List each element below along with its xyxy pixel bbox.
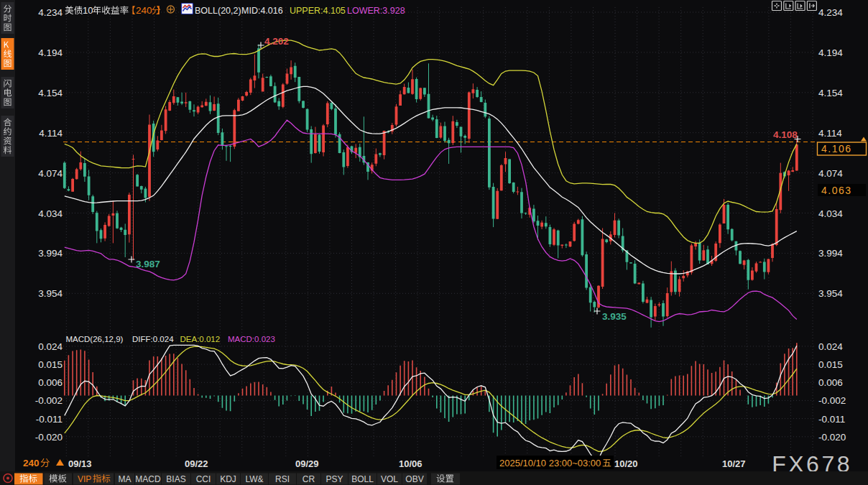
svg-text:LOWER:3.928: LOWER:3.928	[347, 6, 405, 16]
svg-text:4.154: 4.154	[38, 88, 63, 98]
svg-text:4.202: 4.202	[264, 36, 289, 47]
svg-text:4.074: 4.074	[818, 168, 843, 179]
svg-text:10/27: 10/27	[722, 458, 746, 469]
svg-text:-0.020: -0.020	[818, 432, 846, 443]
svg-text:0.024: 0.024	[818, 341, 843, 352]
svg-text:0.024: 0.024	[38, 341, 63, 352]
svg-text:4.108: 4.108	[773, 129, 798, 140]
svg-text:4.234: 4.234	[818, 7, 843, 18]
svg-text:DEA:0.012: DEA:0.012	[180, 335, 221, 343]
svg-text:CR: CR	[303, 474, 315, 484]
svg-text:-0.011: -0.011	[36, 414, 63, 425]
svg-text:09/29: 09/29	[295, 458, 319, 469]
svg-text:VIP: VIP	[78, 474, 91, 484]
svg-text:09/13: 09/13	[68, 458, 92, 469]
svg-text:-0.002: -0.002	[818, 395, 846, 406]
svg-text:4.034: 4.034	[38, 208, 63, 219]
svg-text:3.994: 3.994	[818, 248, 843, 259]
svg-text:0.015: 0.015	[38, 359, 63, 370]
svg-text:4.074: 4.074	[38, 168, 63, 179]
svg-text:4.114: 4.114	[39, 128, 63, 139]
svg-text:MACD: MACD	[135, 474, 161, 484]
svg-text:4.154: 4.154	[818, 88, 843, 98]
svg-text:KDJ: KDJ	[220, 474, 236, 484]
svg-text:MACD(26,12,9): MACD(26,12,9)	[66, 335, 124, 343]
svg-text:-0.011: -0.011	[818, 414, 845, 425]
svg-text:4.063: 4.063	[821, 185, 852, 196]
svg-text:4.106: 4.106	[821, 143, 852, 154]
svg-text:BOLL: BOLL	[351, 474, 374, 484]
svg-text:MID:4.016: MID:4.016	[241, 6, 283, 16]
svg-text:MACD:0.023: MACD:0.023	[228, 335, 275, 343]
svg-text:4.034: 4.034	[818, 208, 843, 219]
svg-text:-0.020: -0.020	[35, 432, 63, 443]
svg-text:VOL: VOL	[381, 474, 398, 484]
svg-text:4.234: 4.234	[38, 7, 63, 18]
svg-text:4.114: 4.114	[818, 128, 842, 139]
svg-text:10/06: 10/06	[399, 458, 423, 469]
svg-text:3.935: 3.935	[602, 311, 627, 322]
svg-text:0.006: 0.006	[38, 377, 63, 388]
svg-text:3.994: 3.994	[38, 248, 63, 259]
svg-text:3.987: 3.987	[136, 259, 160, 269]
svg-text:RSI: RSI	[275, 474, 290, 484]
svg-text:OBV: OBV	[405, 474, 423, 484]
svg-text:UPPER:4.105: UPPER:4.105	[290, 6, 346, 16]
svg-text:PSY: PSY	[326, 474, 343, 484]
svg-text:-0.002: -0.002	[35, 395, 63, 406]
svg-text:4.194: 4.194	[38, 47, 63, 58]
svg-text:3.954: 3.954	[818, 288, 843, 299]
svg-text:2025/10/10 23:00~03:00: 2025/10/10 23:00~03:00	[499, 458, 601, 468]
svg-text:CCI: CCI	[196, 474, 211, 484]
svg-text:0.015: 0.015	[818, 359, 843, 370]
svg-text:09/22: 09/22	[185, 458, 208, 469]
svg-text:10: 10	[83, 5, 93, 16]
svg-text:BOLL(20,2): BOLL(20,2)	[195, 6, 241, 16]
svg-text:LW&: LW&	[245, 474, 263, 484]
svg-text:MA: MA	[119, 474, 131, 484]
svg-text:DIFF:0.024: DIFF:0.024	[132, 335, 174, 343]
svg-text:240: 240	[136, 5, 152, 16]
svg-text:0.006: 0.006	[818, 377, 843, 388]
svg-text:BIAS: BIAS	[166, 474, 185, 484]
svg-text:4.194: 4.194	[818, 47, 843, 58]
svg-text:3.954: 3.954	[38, 288, 63, 299]
svg-text:240: 240	[23, 458, 40, 468]
svg-text:10/20: 10/20	[614, 458, 638, 469]
